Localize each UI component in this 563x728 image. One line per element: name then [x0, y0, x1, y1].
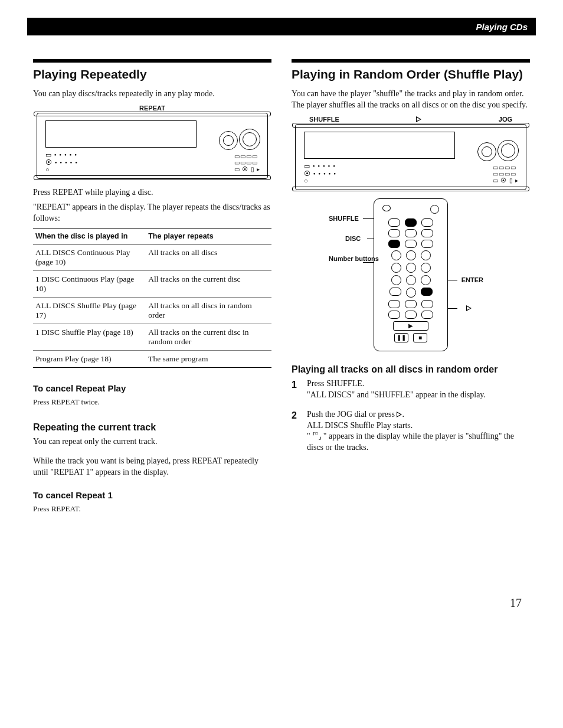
table-header-repeat: The player repeats — [146, 228, 271, 244]
device-figure-repeat: REPEAT ▭ • • • • •⦿ • • • • •○ ▭▭▭▭▭▭▭▭▭… — [33, 105, 271, 179]
step-line: Press SHUFFLE. — [307, 379, 364, 388]
remote-number-button — [391, 263, 401, 273]
remote-button — [421, 240, 433, 248]
cancel-repeat1-text: Press REPEAT. — [33, 504, 271, 514]
remote-number-button — [406, 250, 416, 260]
player-indicators: ▭ • • • • •⦿ • • • • •○ — [304, 162, 336, 184]
play-icon — [397, 412, 402, 417]
label-play-icon — [416, 116, 421, 123]
label-jog: JOG — [499, 116, 512, 123]
right-title: Playing in Random Order (Shuffle Play) — [292, 67, 530, 81]
remote-button — [388, 300, 400, 308]
repeat-behavior-table: When the disc is played in The player re… — [33, 228, 271, 368]
cd-player-diagram: ▭ • • • • •⦿ • • • • •○ ▭▭▭▭▭▭▭▭▭ ⦿ ▯ ▸ — [295, 124, 526, 190]
remote-button — [421, 229, 433, 237]
cd-player-diagram: ▭ • • • • •⦿ • • • • •○ ▭▭▭▭▭▭▭▭▭ ⦿ ▯ ▸ — [37, 113, 268, 179]
repeating-current-p1: You can repeat only the current track. — [33, 436, 271, 448]
remote-button — [405, 300, 417, 308]
two-column-layout: Playing Repeatedly You can play discs/tr… — [33, 59, 530, 517]
remote-button-shuffle — [405, 218, 417, 227]
label-shuffle: SHUFFLE — [309, 116, 339, 123]
left-title: Playing Repeatedly — [33, 67, 271, 81]
player-indicators: ▭ • • • • •⦿ • • • • •○ — [45, 151, 78, 173]
callout-line — [363, 218, 374, 219]
remote-pause-button: ❚❚ — [394, 333, 408, 342]
step-line: " ⸢⸋⸥ " appears in the display while the… — [307, 432, 514, 452]
step-line: "ALL DISCS" and "SHUFFLE" appear in the … — [307, 390, 486, 399]
player-display-window — [304, 132, 455, 159]
step-item: Push the JOG dial or press . ALL DISCS S… — [292, 409, 530, 454]
device-figure-shuffle: SHUFFLE JOG ▭ • • • • •⦿ • • • • •○ ▭▭▭▭… — [292, 116, 530, 190]
section-header-text: Playing CDs — [476, 22, 528, 32]
remote-label-numbers: Number buttons — [329, 255, 379, 262]
device-label-repeat: REPEAT — [33, 105, 271, 112]
player-button-row: ▭▭▭▭▭▭▭▭▭ ⦿ ▯ ▸ — [493, 164, 519, 184]
repeating-current-heading: Repeating the current track — [33, 422, 271, 433]
callout-line — [363, 262, 374, 263]
table-row: Program Play (page 18)The same program — [33, 350, 271, 367]
repeating-current-p2: While the track you want is being played… — [33, 456, 271, 478]
remote-figure: SHUFFLE DISC Number buttons ENTER — [292, 198, 530, 351]
manual-page: Playing CDs Playing Repeatedly You can p… — [0, 0, 563, 728]
remote-button — [388, 229, 400, 237]
shuffle-all-heading: Playing all tracks on all discs in rando… — [292, 364, 530, 375]
remote-button — [405, 240, 417, 248]
remote-number-button — [421, 275, 431, 285]
heading-rule — [33, 59, 271, 63]
cancel-repeat1-heading: To cancel Repeat 1 — [33, 490, 271, 500]
left-intro: You can play discs/tracks repeatedly in … — [33, 89, 271, 100]
player-dial-a — [219, 131, 238, 150]
remote-number-button — [406, 275, 416, 285]
remote-button — [389, 288, 401, 296]
remote-ir-window — [382, 205, 391, 211]
left-after-device-1: Press REPEAT while playing a disc. — [33, 187, 271, 198]
remote-stop-button: ■ — [413, 333, 427, 342]
player-dial-play — [477, 142, 496, 161]
step-line: Push the JOG dial or press . — [307, 410, 404, 419]
table-row: ALL DISCS Shuffle Play (page 17)All trac… — [33, 297, 271, 324]
remote-button — [405, 229, 417, 237]
remote-control-diagram: ▶ ❚❚■ — [374, 198, 448, 351]
callout-line — [367, 239, 374, 239]
remote-number-button — [406, 263, 416, 273]
cancel-repeat-text: Press REPEAT twice. — [33, 397, 271, 407]
remote-play-button: ▶ — [393, 321, 428, 331]
remote-label-play — [466, 305, 472, 312]
play-icon — [416, 116, 421, 122]
table-row: ALL DISCS Continuous Play (page 10)All t… — [33, 244, 271, 270]
player-button-row: ▭▭▭▭▭▭▭▭▭ ⦿ ▯ ▸ — [234, 153, 261, 172]
left-after-device-2: "REPEAT" appears in the display. The pla… — [33, 202, 271, 224]
remote-button — [421, 300, 433, 308]
play-icon — [466, 305, 472, 311]
section-header-bar: Playing CDs — [27, 18, 536, 35]
right-column: Playing in Random Order (Shuffle Play) Y… — [292, 59, 530, 517]
player-jog-dial — [497, 140, 519, 161]
remote-number-button — [421, 263, 431, 273]
remote-number-button — [406, 288, 416, 298]
remote-label-shuffle: SHUFFLE — [329, 215, 359, 222]
page-number: 17 — [510, 596, 522, 610]
remote-number-button — [391, 250, 401, 260]
remote-number-button — [391, 275, 401, 285]
remote-number-button — [421, 250, 431, 260]
remote-button — [405, 311, 417, 319]
player-display-window — [45, 120, 197, 148]
cancel-repeat-heading: To cancel Repeat Play — [33, 383, 271, 393]
callout-line — [448, 280, 457, 280]
remote-label-disc: DISC — [345, 235, 361, 242]
heading-rule — [292, 59, 530, 63]
table-row: 1 DISC Shuffle Play (page 18)All tracks … — [33, 324, 271, 350]
remote-button-enter — [421, 288, 433, 296]
step-item: Press SHUFFLE. "ALL DISCS" and "SHUFFLE"… — [292, 378, 530, 401]
remote-button — [421, 218, 433, 227]
left-column: Playing Repeatedly You can play discs/tr… — [33, 59, 271, 517]
remote-power-ring — [430, 205, 439, 214]
right-intro: You can have the player "shuffle" the tr… — [292, 89, 530, 111]
remote-button — [388, 218, 400, 227]
remote-button — [421, 311, 433, 319]
table-row: 1 DISC Continuous Play (page 10)All trac… — [33, 270, 271, 297]
remote-button-disc — [388, 240, 400, 248]
table-header-mode: When the disc is played in — [33, 228, 146, 244]
remote-label-enter: ENTER — [461, 276, 483, 283]
player-dial-b — [239, 129, 260, 150]
